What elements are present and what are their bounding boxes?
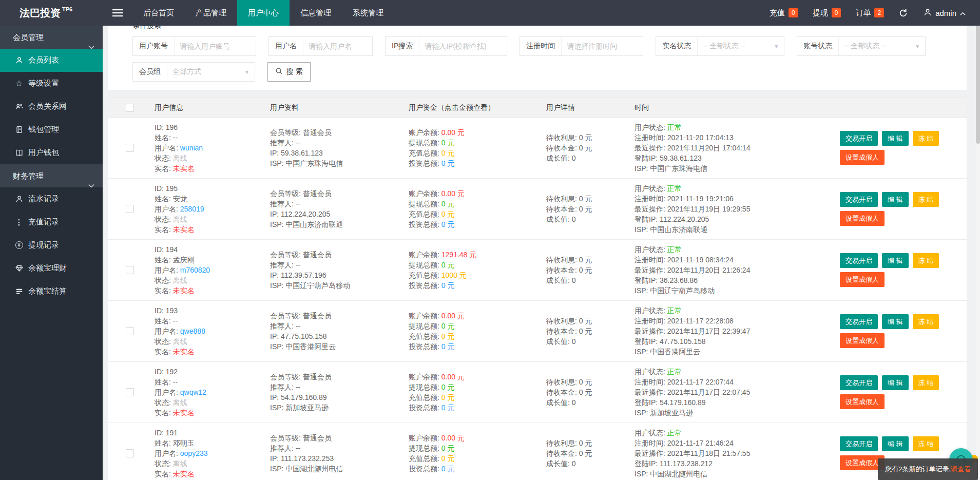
- username-link[interactable]: 258019: [180, 205, 204, 213]
- set-fake-button[interactable]: 设置成假人: [840, 150, 885, 165]
- balance-amount[interactable]: 0.00 元: [441, 189, 465, 198]
- row-checkbox[interactable]: [126, 327, 134, 335]
- search-button[interactable]: 搜 索: [267, 62, 311, 82]
- withdraw-amount[interactable]: 0 元: [441, 200, 455, 208]
- brand-logo[interactable]: 法巴投资TP6: [0, 0, 103, 26]
- toast-view-link[interactable]: 请查看: [951, 465, 971, 473]
- balance-amount[interactable]: 0.00 元: [441, 434, 465, 442]
- recharge-amount[interactable]: 0 元: [441, 210, 455, 218]
- sidebar-group-0[interactable]: 会员管理: [0, 26, 103, 49]
- edit-button[interactable]: 编 辑: [882, 436, 909, 451]
- balance-amount[interactable]: 1291.48 元: [441, 251, 477, 259]
- star-icon: ☆: [14, 80, 24, 88]
- sidebar-item-1-1[interactable]: ⋮充值记录: [0, 210, 103, 234]
- filter-input-2[interactable]: [419, 37, 507, 55]
- sidebar-item-1-0[interactable]: 流水记录: [0, 187, 103, 210]
- set-fake-button[interactable]: 设置成假人: [840, 272, 885, 287]
- trade-toggle-button[interactable]: 交易开启: [840, 375, 878, 390]
- freeze-button[interactable]: 冻 结: [913, 253, 939, 268]
- username-link[interactable]: qwqw12: [180, 388, 206, 396]
- person-icon: [924, 8, 932, 18]
- withdraw-amount[interactable]: 0 元: [441, 322, 455, 330]
- filter-select-5[interactable]: 账号状态-- 全部状态 --▼: [797, 36, 926, 56]
- withdraw-amount[interactable]: 0 元: [441, 444, 455, 452]
- nav-counter-2[interactable]: 订单2: [855, 8, 884, 18]
- recharge-amount[interactable]: 0 元: [441, 332, 455, 340]
- username-link[interactable]: wunian: [180, 144, 203, 152]
- sidebar-item-0-3[interactable]: 钱包管理: [0, 118, 103, 141]
- invest-amount[interactable]: 0 元: [441, 465, 455, 473]
- nav-tab-3[interactable]: 信息管理: [290, 0, 342, 26]
- sidebar-item-1-4[interactable]: 余额宝结算: [0, 280, 103, 303]
- sidebar-item-0-4[interactable]: 用户钱包: [0, 141, 103, 164]
- recharge-amount[interactable]: 0 元: [441, 393, 455, 401]
- trade-toggle-button[interactable]: 交易开启: [840, 192, 878, 207]
- set-fake-button[interactable]: 设置成假人: [840, 333, 885, 348]
- row-checkbox[interactable]: [126, 449, 134, 457]
- freeze-button[interactable]: 冻 结: [913, 375, 939, 390]
- username-link[interactable]: m760820: [180, 266, 210, 274]
- nav-tab-2[interactable]: 用户中心: [237, 0, 290, 26]
- user-profile-cell: 会员等级: 普通会员 推荐人: -- IP: 47.75.105.158 ISP…: [270, 311, 409, 352]
- user-funds-cell: 账户余额: 0.00 元 提现总额: 0 元 充值总额: 0 元 投资总额: 0…: [409, 433, 546, 474]
- edit-button[interactable]: 编 辑: [882, 253, 909, 268]
- refresh-icon[interactable]: [898, 8, 908, 18]
- filter-input-3[interactable]: [562, 37, 643, 55]
- sidebar-item-0-1[interactable]: ☆等级设置: [0, 72, 103, 95]
- withdraw-amount[interactable]: 0 元: [441, 383, 455, 391]
- withdraw-amount[interactable]: 0 元: [441, 261, 455, 269]
- set-fake-button[interactable]: 设置成假人: [840, 394, 885, 409]
- trade-toggle-button[interactable]: 交易开启: [840, 131, 878, 146]
- filter-input-0[interactable]: [175, 37, 256, 55]
- sidebar-item-0-0[interactable]: 会员列表: [0, 49, 103, 72]
- scrollbar-thumb[interactable]: [976, 26, 980, 144]
- hamburger-icon[interactable]: [103, 0, 132, 26]
- username-link[interactable]: qwe888: [180, 327, 205, 335]
- filter-input-1[interactable]: [303, 37, 372, 55]
- recharge-amount[interactable]: 1000 元: [441, 271, 467, 279]
- freeze-button[interactable]: 冻 结: [913, 192, 939, 207]
- row-checkbox[interactable]: [126, 205, 134, 213]
- nav-counter-0[interactable]: 充值0: [770, 8, 798, 18]
- freeze-button[interactable]: 冻 结: [913, 436, 939, 451]
- freeze-button[interactable]: 冻 结: [913, 314, 939, 329]
- invest-amount[interactable]: 0 元: [441, 281, 455, 290]
- nav-counter-1[interactable]: 提现0: [813, 8, 841, 18]
- page-scrollbar[interactable]: [976, 26, 980, 480]
- sidebar-item-1-3[interactable]: 余额宝理财: [0, 257, 103, 280]
- select-all-checkbox[interactable]: [126, 104, 134, 112]
- balance-amount[interactable]: 0.00 元: [441, 128, 465, 137]
- nav-tab-0[interactable]: 后台首页: [132, 0, 185, 26]
- nav-tab-4[interactable]: 系统管理: [342, 0, 394, 26]
- invest-amount[interactable]: 0 元: [441, 159, 455, 167]
- edit-button[interactable]: 编 辑: [882, 314, 909, 329]
- edit-button[interactable]: 编 辑: [882, 192, 909, 207]
- row-checkbox[interactable]: [126, 266, 134, 274]
- invest-amount[interactable]: 0 元: [441, 404, 455, 412]
- sidebar-group-1[interactable]: 财务管理: [0, 164, 103, 187]
- balance-amount[interactable]: 0.00 元: [441, 312, 465, 320]
- recharge-amount[interactable]: 0 元: [441, 454, 455, 463]
- recharge-amount[interactable]: 0 元: [441, 149, 455, 157]
- edit-button[interactable]: 编 辑: [882, 131, 909, 146]
- sidebar-item-1-2[interactable]: ¥提现记录: [0, 234, 103, 257]
- freeze-button[interactable]: 冻 结: [913, 131, 939, 146]
- referrer: 推荐人: --: [270, 138, 409, 148]
- row-checkbox[interactable]: [126, 388, 134, 396]
- trade-toggle-button[interactable]: 交易开启: [840, 253, 878, 268]
- member-group-select[interactable]: 会员组全部方式▼: [132, 62, 255, 82]
- withdraw-amount[interactable]: 0 元: [441, 139, 455, 147]
- row-checkbox[interactable]: [126, 144, 134, 152]
- edit-button[interactable]: 编 辑: [882, 375, 909, 390]
- trade-toggle-button[interactable]: 交易开启: [840, 436, 878, 451]
- invest-amount[interactable]: 0 元: [441, 342, 455, 351]
- username-link[interactable]: oopy233: [180, 449, 208, 457]
- set-fake-button[interactable]: 设置成假人: [840, 211, 885, 226]
- invest-amount[interactable]: 0 元: [441, 220, 455, 228]
- sidebar-item-0-2[interactable]: 会员关系网: [0, 95, 103, 118]
- admin-menu[interactable]: admin: [924, 8, 966, 18]
- nav-tab-1[interactable]: 产品管理: [185, 0, 237, 26]
- balance-amount[interactable]: 0.00 元: [441, 373, 465, 381]
- trade-toggle-button[interactable]: 交易开启: [840, 314, 878, 329]
- filter-select-4[interactable]: 实名状态-- 全部状态 --▼: [656, 36, 784, 56]
